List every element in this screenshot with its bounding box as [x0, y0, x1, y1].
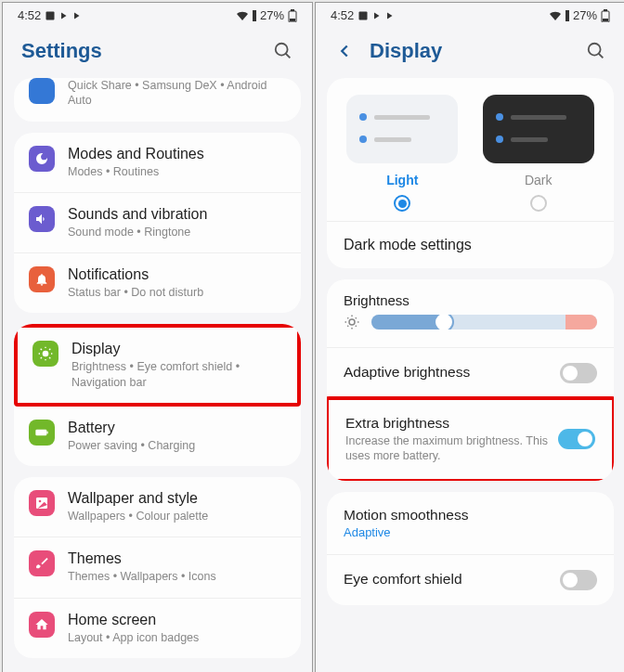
status-notif-icons — [358, 10, 395, 21]
svg-rect-3 — [291, 9, 294, 11]
svg-rect-9 — [46, 431, 47, 433]
svg-rect-12 — [359, 11, 368, 19]
back-icon[interactable] — [334, 41, 355, 61]
svg-point-17 — [589, 44, 601, 56]
image-icon — [29, 490, 55, 516]
brush-icon — [29, 550, 55, 576]
eye-comfort-toggle[interactable] — [560, 570, 597, 590]
svg-point-19 — [349, 319, 355, 325]
theme-preview-light — [346, 95, 458, 163]
settings-item-sounds[interactable]: Sounds and vibration Sound mode • Ringto… — [14, 193, 301, 253]
radio-light[interactable] — [394, 195, 410, 212]
sun-icon — [344, 314, 360, 330]
settings-item-home[interactable]: Home screen Layout • App icon badges — [14, 599, 301, 658]
svg-point-7 — [43, 351, 49, 357]
svg-rect-4 — [290, 19, 295, 21]
wifi-icon — [236, 10, 249, 21]
svg-point-11 — [39, 500, 42, 503]
dark-mode-settings[interactable]: Dark mode settings — [327, 221, 614, 268]
display-screen: 4:52 27% Display — [315, 2, 624, 672]
extra-brightness-toggle[interactable] — [558, 429, 595, 449]
theme-selector: Light Dark — [327, 78, 614, 221]
settings-item-themes[interactable]: Themes Themes • Wallpapers • Icons — [14, 537, 301, 598]
status-battery: 27% — [260, 8, 284, 22]
wifi-icon — [549, 10, 562, 21]
battery-icon — [601, 9, 610, 22]
theme-dark[interactable]: Dark — [471, 95, 607, 212]
battery-icon — [288, 9, 297, 22]
svg-rect-16 — [603, 19, 608, 21]
svg-rect-0 — [46, 11, 55, 19]
display-content[interactable]: Light Dark Dark mode setti — [316, 78, 624, 672]
bell-icon — [29, 266, 55, 292]
brightness-label: Brightness — [327, 279, 614, 314]
status-time: 4:52 — [331, 8, 354, 22]
settings-item-truncated[interactable]: Quick Share • Samsung DeX • Android Auto — [14, 78, 301, 122]
status-bar: 4:52 27% — [316, 3, 624, 28]
status-time: 4:52 — [18, 8, 41, 22]
extra-brightness[interactable]: Extra brightness Increase the maximum br… — [329, 400, 612, 479]
svg-point-5 — [276, 44, 288, 56]
svg-line-18 — [599, 54, 604, 58]
status-bar: 4:52 27% — [3, 3, 312, 28]
svg-rect-15 — [604, 9, 607, 11]
adaptive-toggle[interactable] — [560, 363, 597, 383]
search-icon[interactable] — [586, 41, 606, 61]
svg-rect-13 — [566, 10, 569, 21]
svg-rect-8 — [35, 429, 46, 435]
signal-icon — [566, 10, 569, 21]
battery-icon — [29, 420, 55, 446]
search-icon[interactable] — [273, 41, 293, 61]
eye-comfort-shield[interactable]: Eye comfort shield — [327, 554, 614, 605]
sun-icon — [32, 341, 58, 367]
settings-item-battery[interactable]: Battery Power saving • Charging — [14, 407, 301, 466]
status-notif-icons — [45, 10, 82, 21]
settings-list[interactable]: Quick Share • Samsung DeX • Android Auto… — [3, 78, 312, 672]
settings-screen: 4:52 27% Settings — [2, 2, 313, 672]
page-title: Settings — [21, 39, 102, 63]
status-battery: 27% — [573, 8, 597, 22]
sound-icon — [29, 206, 55, 232]
page-title: Display — [370, 39, 442, 63]
svg-rect-1 — [253, 10, 256, 21]
settings-item-notifications[interactable]: Notifications Status bar • Do not distur… — [14, 253, 301, 313]
home-icon — [29, 612, 55, 638]
settings-header: Settings — [3, 28, 312, 78]
settings-item-modes[interactable]: Modes and Routines Modes • Routines — [14, 133, 301, 193]
brightness-slider[interactable] — [327, 314, 614, 347]
settings-item-wallpaper[interactable]: Wallpaper and style Wallpapers • Colour … — [14, 477, 301, 537]
moon-icon — [29, 146, 55, 172]
svg-line-6 — [286, 54, 291, 58]
radio-dark[interactable] — [530, 195, 547, 212]
theme-preview-dark — [483, 95, 594, 163]
settings-item-display[interactable]: Display Brightness • Eye comfort shield … — [18, 328, 297, 403]
display-header: Display — [316, 28, 624, 78]
theme-light[interactable]: Light — [334, 95, 471, 212]
signal-icon — [253, 10, 256, 21]
adaptive-brightness[interactable]: Adaptive brightness — [327, 347, 614, 398]
motion-smoothness[interactable]: Motion smoothness Adaptive — [327, 492, 614, 554]
